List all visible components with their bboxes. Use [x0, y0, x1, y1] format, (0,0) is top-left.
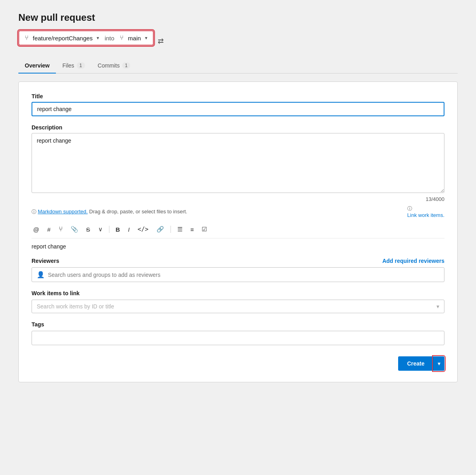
more-chevron-icon[interactable]: ∨ — [97, 225, 104, 234]
description-preview: report change — [32, 243, 444, 250]
source-branch-chevron-icon[interactable]: ▾ — [97, 35, 99, 41]
tab-commits[interactable]: Commits 1 — [91, 58, 137, 74]
hyperlink-icon[interactable]: 🔗 — [155, 225, 166, 234]
target-branch-chevron-icon[interactable]: ▾ — [145, 35, 147, 41]
page-container: New pull request ⑂ feature/reportChanges… — [18, 12, 458, 382]
toolbar-divider-1 — [109, 226, 109, 233]
tags-input[interactable] — [32, 331, 444, 345]
toolbar-divider-2 — [171, 226, 171, 233]
title-input[interactable] — [32, 102, 444, 116]
title-label: Title — [32, 93, 444, 99]
work-items-placeholder: Search work items by ID or title — [37, 303, 114, 310]
hashtag-icon[interactable]: # — [46, 225, 52, 234]
create-button-chevron[interactable]: ▾ — [433, 356, 444, 371]
branch-selector[interactable]: ⑂ feature/reportChanges ▾ into ⑂ main ▾ — [18, 30, 154, 46]
add-required-reviewers-btn[interactable]: Add required reviewers — [382, 258, 444, 264]
description-label: Description — [32, 124, 444, 131]
reviewers-label: Reviewers — [32, 258, 59, 264]
formatting-toolbar: @ # ⑂ 📎 S ∨ B I </> 🔗 ☰ ≡ ☑ — [32, 222, 444, 238]
char-count: 13/4000 — [32, 196, 444, 202]
work-items-dropdown[interactable]: Search work items by ID or title ▾ — [32, 300, 444, 313]
italic-icon[interactable]: I — [126, 225, 131, 234]
into-text: into — [103, 35, 116, 42]
tab-overview[interactable]: Overview — [18, 58, 56, 74]
link-work-items-row: ⓘ Link work items. — [407, 205, 444, 218]
source-branch-icon: ⑂ — [25, 34, 29, 42]
attachment-icon[interactable]: 📎 — [69, 225, 80, 234]
work-items-label: Work items to link — [32, 290, 444, 296]
tab-commits-label: Commits — [98, 62, 120, 69]
strikethrough-icon[interactable]: S — [85, 225, 92, 234]
link-work-items-btn[interactable]: Link work items. — [407, 212, 444, 218]
target-branch-icon: ⑂ — [120, 34, 124, 42]
tab-files-badge: 1 — [77, 62, 85, 69]
work-items-chevron-icon: ▾ — [436, 303, 439, 310]
create-button[interactable]: Create — [398, 356, 433, 371]
page-title: New pull request — [18, 12, 458, 23]
ordered-list-icon[interactable]: ≡ — [189, 225, 196, 234]
reviewers-section-row: Reviewers Add required reviewers — [32, 258, 444, 264]
markdown-hint: Drag & drop, paste, or select files to i… — [89, 209, 187, 215]
code-icon[interactable]: </> — [136, 225, 150, 234]
info-icon: ⓘ — [32, 209, 36, 215]
swap-branches-icon[interactable]: ⇄ — [158, 37, 164, 46]
bold-icon[interactable]: B — [114, 225, 122, 234]
markdown-row: ⓘ Markdown supported. Drag & drop, paste… — [32, 205, 444, 218]
tags-label: Tags — [32, 321, 444, 328]
tab-files[interactable]: Files 1 — [56, 58, 91, 74]
form-card: Title Description report change 13/4000 … — [18, 81, 458, 382]
link-info-icon: ⓘ — [407, 206, 412, 211]
form-footer: Create ▾ — [32, 356, 444, 371]
mention-icon[interactable]: @ — [32, 225, 41, 234]
reviewers-search-box[interactable]: 👤 — [32, 267, 444, 282]
source-branch-name: feature/reportChanges — [33, 35, 93, 42]
task-list-icon[interactable]: ☑ — [200, 225, 208, 234]
branch-toolbar-icon[interactable]: ⑂ — [57, 225, 64, 234]
description-textarea[interactable]: report change — [32, 133, 444, 193]
reviewer-search-icon: 👤 — [37, 271, 45, 278]
markdown-link[interactable]: Markdown supported. — [38, 209, 88, 215]
unordered-list-icon[interactable]: ☰ — [176, 225, 184, 234]
tabs-bar: Overview Files 1 Commits 1 — [18, 58, 458, 74]
reviewers-search-input[interactable] — [48, 272, 439, 278]
tab-overview-label: Overview — [25, 62, 50, 69]
tab-files-label: Files — [62, 62, 74, 69]
tab-commits-badge: 1 — [122, 62, 131, 69]
target-branch-name: main — [128, 35, 141, 42]
markdown-info: ⓘ Markdown supported. Drag & drop, paste… — [32, 209, 187, 215]
